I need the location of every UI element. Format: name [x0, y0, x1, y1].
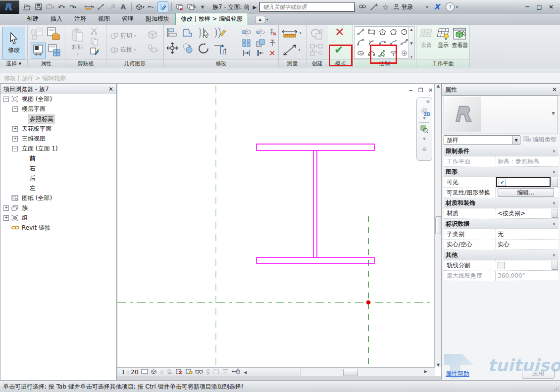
- mirror-draw-axis-icon[interactable]: [256, 28, 265, 37]
- tree-item-left[interactable]: 左: [0, 183, 116, 193]
- draw-scroll-expand-icon[interactable]: ⇟: [410, 55, 413, 59]
- properties-close-icon[interactable]: ✕: [552, 86, 557, 93]
- redo-icon[interactable]: ↷▾: [68, 2, 78, 12]
- section-icon[interactable]: [146, 2, 156, 12]
- communication-center-icon[interactable]: [370, 3, 378, 10]
- steering-wheel-icon[interactable]: ◎2D: [421, 106, 427, 115]
- show-workplane-button[interactable]: 显示: [434, 28, 452, 49]
- detail-level-icon[interactable]: [141, 369, 148, 376]
- wheel-dropdown-icon[interactable]: ▼: [423, 116, 425, 120]
- tab-manage[interactable]: 管理: [116, 13, 140, 25]
- horizontal-scroll-thumb[interactable]: [343, 369, 358, 376]
- tree-item-revit-links[interactable]: Revit 链接: [0, 223, 116, 233]
- signin-dropdown-icon[interactable]: ▾: [426, 5, 428, 9]
- view-restore-icon[interactable]: ❐: [416, 87, 425, 94]
- section-identity-data[interactable]: 标识数据»: [444, 219, 559, 229]
- tab-contextual-edit-profile[interactable]: 修改 | 放样 > 编辑轮廓: [175, 13, 248, 25]
- tree-item-right[interactable]: 右: [0, 163, 116, 173]
- visibility-edit-button[interactable]: 编辑...: [498, 188, 554, 197]
- view-close-icon[interactable]: ✕: [426, 87, 435, 94]
- properties-palette-icon[interactable]: [31, 43, 46, 58]
- minimize-button[interactable]: ─: [522, 3, 532, 10]
- section-constraints[interactable]: 限制条件»: [444, 146, 559, 156]
- expand-icon[interactable]: +: [12, 136, 18, 142]
- switch-windows-icon[interactable]: ▾: [186, 2, 196, 12]
- drawing-area[interactable]: ─ ❐ ✕ ⊗ ◎2D ▼ ▼ ⊖ ▲ ▼ 1 : 20: [117, 83, 442, 381]
- section-graphics[interactable]: 图形»: [444, 167, 559, 177]
- close-hidden-windows-icon[interactable]: [175, 2, 185, 12]
- favorites-icon[interactable]: ☆: [382, 2, 389, 12]
- draw-circumscribed-polygon-icon[interactable]: [388, 27, 399, 37]
- align-start-icon[interactable]: [256, 49, 265, 57]
- undo-icon[interactable]: ↶▾: [56, 2, 66, 12]
- scroll-up-icon[interactable]: ▲: [437, 84, 440, 88]
- temporary-hide-isolate-icon[interactable]: [195, 369, 203, 376]
- split-element-icon[interactable]: [198, 27, 210, 40]
- scroll-down-icon[interactable]: ▼: [437, 363, 440, 367]
- tree-item-back[interactable]: 后: [0, 173, 116, 183]
- offset-icon[interactable]: [182, 43, 194, 56]
- visible-value-cell[interactable]: ✔: [496, 177, 551, 187]
- hscroll-right-arrow-icon[interactable]: ▶: [424, 369, 427, 374]
- sweep-path-point[interactable]: [366, 300, 370, 304]
- draw-scroll-up-icon[interactable]: ▲: [410, 28, 412, 32]
- sign-in-icon[interactable]: [393, 3, 400, 10]
- associate-parameter-button[interactable]: [552, 178, 558, 187]
- open-icon[interactable]: [22, 2, 32, 12]
- tree-item-front[interactable]: 前: [0, 153, 116, 163]
- expand-icon[interactable]: +: [3, 205, 9, 211]
- unpin-icon[interactable]: [268, 28, 277, 37]
- cancel-edit-mode-icon[interactable]: ✕: [335, 27, 345, 38]
- close-button[interactable]: ✕: [546, 3, 556, 10]
- canvas-resize-grip[interactable]: ⋰: [430, 370, 434, 375]
- customize-qat-icon[interactable]: ▼: [198, 2, 207, 12]
- window-resize-grip[interactable]: [554, 386, 559, 391]
- panel-workplane-label[interactable]: 工作平面: [416, 59, 469, 67]
- filter-combo-dropdown-icon[interactable]: ▼: [512, 136, 520, 144]
- measure-icon[interactable]: ▾: [84, 2, 94, 12]
- tree-item-sheets[interactable]: 图纸 (全部): [0, 193, 116, 203]
- navigation-bar[interactable]: ⊗ ◎2D ▼ ▼ ⊖: [416, 98, 432, 161]
- associate-parameter-button[interactable]: [552, 261, 558, 270]
- align-icon[interactable]: [167, 27, 178, 40]
- maximize-button[interactable]: □: [534, 3, 544, 10]
- array-icon[interactable]: [242, 39, 251, 48]
- section-materials[interactable]: 材质和装饰»: [444, 198, 559, 208]
- workplane-viewer-button[interactable]: 查看器: [451, 28, 469, 49]
- cope-icon[interactable]: [182, 27, 194, 40]
- type-selector-dropdown-icon[interactable]: ▼: [552, 111, 555, 116]
- vertical-scrollbar[interactable]: ▲ ▼: [434, 84, 442, 367]
- tab-annotate[interactable]: 注释: [68, 13, 92, 25]
- family-types-icon[interactable]: [47, 27, 61, 42]
- tree-item-floor-plans[interactable]: − 楼层平面: [0, 104, 116, 114]
- search-input[interactable]: [262, 3, 352, 11]
- associate-parameter-button[interactable]: [552, 209, 558, 218]
- match-type-properties-icon[interactable]: [90, 47, 99, 57]
- tree-item-3d-views[interactable]: + 三维视图: [0, 134, 116, 144]
- hscroll-left-arrow-icon[interactable]: ◀: [244, 370, 247, 375]
- draw-scroll-down-icon[interactable]: ▼: [410, 42, 412, 46]
- aligned-dimension-icon[interactable]: [96, 2, 105, 12]
- tab-addins[interactable]: 附加模块: [140, 13, 175, 25]
- mirror-axis-icon[interactable]: [242, 28, 251, 37]
- measure-along-element-button[interactable]: ▾: [282, 44, 301, 56]
- tab-view[interactable]: 视图: [92, 13, 116, 25]
- filter-combo[interactable]: 放样 ▼: [444, 135, 520, 145]
- show-crop-region-icon[interactable]: [185, 368, 193, 376]
- draw-ellipse-icon[interactable]: [355, 48, 366, 58]
- tree-item-views[interactable]: − 视图 (全部): [0, 94, 116, 104]
- ibeam-bottom-flange[interactable]: [256, 257, 374, 263]
- section-collapse-icon[interactable]: »: [551, 201, 557, 205]
- view-minimize-icon[interactable]: ─: [407, 87, 415, 94]
- sign-in-label[interactable]: 登录: [402, 3, 413, 11]
- properties-help-link[interactable]: 属性帮助: [446, 370, 469, 378]
- tab-create[interactable]: 创建: [21, 13, 45, 25]
- sketch-view[interactable]: [117, 84, 434, 367]
- collapse-icon[interactable]: −: [3, 97, 9, 102]
- zoom-dropdown-icon[interactable]: ▼: [423, 137, 425, 141]
- horizontal-scrollbar[interactable]: ▶ ⋰: [301, 367, 435, 377]
- panel-create-label[interactable]: 创建: [306, 59, 328, 67]
- zoom-tool-icon[interactable]: [420, 125, 429, 135]
- thin-lines-icon[interactable]: [157, 1, 168, 12]
- tree-item-ref-level[interactable]: 参照标高: [0, 114, 116, 124]
